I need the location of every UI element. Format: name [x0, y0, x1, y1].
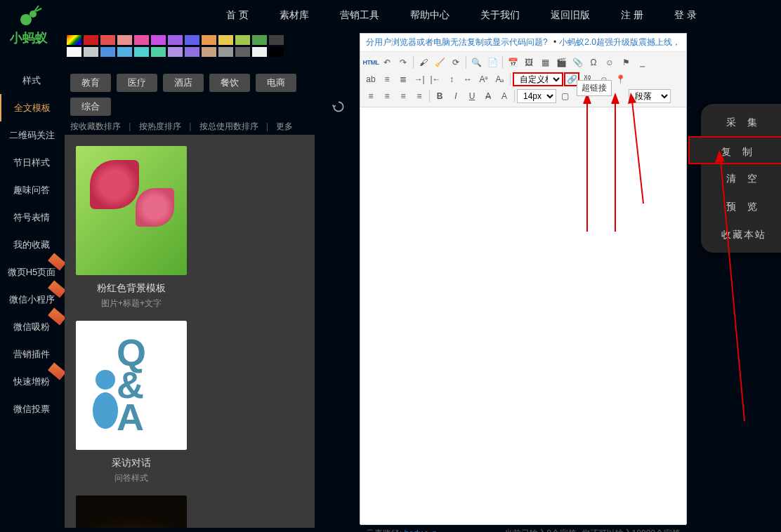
- color-swatch[interactable]: [252, 35, 267, 45]
- sidebar-item-emoji[interactable]: 符号表情: [0, 204, 63, 231]
- color-swatch[interactable]: [100, 35, 115, 45]
- sort-favorites[interactable]: 按收藏数排序: [70, 121, 121, 131]
- superscript-button[interactable]: Aᵃ: [476, 72, 492, 86]
- date-button[interactable]: 📅: [505, 55, 520, 69]
- tag-hotel[interactable]: 酒店: [163, 74, 204, 92]
- video-button[interactable]: 🎬: [553, 55, 569, 69]
- align-center-button[interactable]: ≡: [379, 89, 395, 103]
- color-swatch[interactable]: [218, 35, 233, 45]
- nav-register[interactable]: 注 册: [605, 0, 659, 29]
- color-swatch[interactable]: [67, 47, 81, 57]
- tag-general[interactable]: 综合: [70, 98, 111, 116]
- color-swatch[interactable]: [151, 35, 166, 45]
- sidebar-item-growfans[interactable]: 快速增粉: [0, 368, 63, 395]
- redo-button[interactable]: ↷: [395, 55, 411, 69]
- template-card[interactable]: Q&A 采访对话 问答样式: [76, 321, 187, 484]
- ordered-list-button[interactable]: ≣: [395, 72, 411, 86]
- font-size-select[interactable]: 14px: [517, 89, 556, 103]
- autotype-button[interactable]: ⟳: [448, 55, 464, 69]
- color-swatch[interactable]: [202, 35, 216, 45]
- color-swatch[interactable]: [117, 47, 132, 57]
- notice-link-1[interactable]: 分用户浏览器或者电脑无法复制或显示代码问题?: [366, 36, 548, 48]
- tag-ecom[interactable]: 电商: [256, 74, 296, 92]
- align-right-button[interactable]: ≡: [395, 89, 411, 103]
- dock-preview[interactable]: 预 览: [701, 192, 781, 220]
- source-button[interactable]: HTML: [363, 55, 379, 69]
- clear-format-button[interactable]: 🧹: [432, 55, 447, 69]
- special-char-button[interactable]: Ω: [586, 55, 601, 69]
- tag-medical[interactable]: 医疗: [117, 74, 157, 92]
- sidebar-item-wxfans[interactable]: 微信吸粉: [0, 313, 63, 340]
- color-swatch[interactable]: [168, 47, 183, 57]
- emoji-button[interactable]: ☺: [602, 55, 617, 69]
- notice-link-2[interactable]: 小蚂蚁2.0超强升级版震撼上线，: [559, 37, 681, 47]
- color-swatch[interactable]: [151, 47, 166, 57]
- color-swatch[interactable]: [185, 47, 199, 57]
- tag-edu[interactable]: 教育: [70, 74, 111, 92]
- sidebar-item-templates[interactable]: 全文模板: [0, 94, 63, 121]
- nav-marketing[interactable]: 营销工具: [324, 0, 395, 29]
- image-button[interactable]: 🖼: [521, 55, 537, 69]
- refresh-icon[interactable]: [332, 100, 346, 114]
- font-family-button[interactable]: A: [497, 89, 512, 103]
- anchor-button[interactable]: ⚑: [618, 55, 634, 69]
- strikethrough-button[interactable]: A̶: [480, 89, 496, 103]
- color-swatch[interactable]: [235, 35, 250, 45]
- indent-button[interactable]: →|: [412, 72, 427, 86]
- align-left-button[interactable]: ≡: [363, 89, 379, 103]
- font-color-button[interactable]: ab: [363, 72, 379, 86]
- template-card[interactable]: 👁 ✎ ☆ 美文美图 图片+分割+文字: [76, 496, 187, 528]
- title-style-select[interactable]: 自定义标题: [513, 72, 563, 86]
- path-body-link[interactable]: body: [405, 528, 423, 532]
- color-swatch[interactable]: [218, 47, 233, 57]
- sidebar-item-style[interactable]: 样式: [0, 67, 63, 94]
- color-swatch[interactable]: [269, 47, 284, 57]
- nav-help[interactable]: 帮助中心: [395, 0, 465, 29]
- table-button[interactable]: ▦: [537, 55, 553, 69]
- sidebar-item-quiz[interactable]: 趣味问答: [0, 176, 63, 204]
- color-swatch[interactable]: [202, 47, 216, 57]
- preview-button[interactable]: 📄: [485, 55, 500, 69]
- subscript-button[interactable]: Aₐ: [492, 72, 508, 86]
- outdent-button[interactable]: |←: [428, 72, 443, 86]
- color-swatch[interactable]: [134, 35, 149, 45]
- color-swatch[interactable]: [252, 47, 267, 57]
- color-swatch[interactable]: [168, 35, 183, 45]
- align-justify-button[interactable]: ≡: [412, 89, 427, 103]
- paragraph-select[interactable]: 段落: [629, 89, 671, 103]
- underline-button[interactable]: U: [464, 89, 480, 103]
- tag-food[interactable]: 餐饮: [209, 74, 250, 92]
- color-swatch[interactable]: [84, 35, 98, 45]
- dock-bookmark[interactable]: 收藏本站: [701, 220, 781, 248]
- dock-copy[interactable]: 复 制: [688, 136, 781, 164]
- editor-content-area[interactable]: [360, 107, 686, 524]
- sidebar-item-qrcode[interactable]: 二维码关注: [0, 121, 63, 149]
- color-swatch[interactable]: [84, 47, 98, 57]
- color-swatch[interactable]: [134, 47, 149, 57]
- color-swatch-all[interactable]: [67, 35, 81, 45]
- color-swatch[interactable]: [100, 47, 115, 57]
- map-button[interactable]: 📍: [612, 72, 628, 86]
- sort-usage[interactable]: 按总使用数排序: [199, 121, 258, 131]
- format-brush-button[interactable]: 🖌: [416, 55, 431, 69]
- template-panel[interactable]: 粉红色背景模板 图片+标题+文字 Q&A 采访对话 问答样式 👁 ✎ ☆: [65, 135, 315, 528]
- path-p-link[interactable]: p: [432, 528, 437, 532]
- nav-about[interactable]: 关于我们: [465, 0, 535, 29]
- background-color-button[interactable]: ▢: [557, 89, 572, 103]
- nav-home[interactable]: 首 页: [211, 0, 264, 29]
- template-card[interactable]: 粉红色背景模板 图片+标题+文字: [76, 146, 187, 310]
- nav-material[interactable]: 素材库: [264, 0, 324, 29]
- unordered-list-button[interactable]: ≡: [379, 72, 395, 86]
- nav-login[interactable]: 登 录: [659, 0, 712, 29]
- sidebar-item-vote[interactable]: 微信投票: [0, 395, 63, 423]
- line-height-button[interactable]: ↕: [444, 72, 459, 86]
- color-swatch[interactable]: [235, 47, 250, 57]
- dock-clear[interactable]: 清 空: [701, 164, 781, 192]
- attachment-button[interactable]: 📎: [570, 55, 585, 69]
- letter-spacing-button[interactable]: ↔: [460, 72, 475, 86]
- sidebar-item-festival[interactable]: 节日样式: [0, 149, 63, 176]
- italic-button[interactable]: I: [448, 89, 464, 103]
- page-break-button[interactable]: ⎯: [634, 55, 650, 69]
- dock-collect[interactable]: 采 集: [701, 108, 781, 136]
- color-swatch[interactable]: [269, 35, 284, 45]
